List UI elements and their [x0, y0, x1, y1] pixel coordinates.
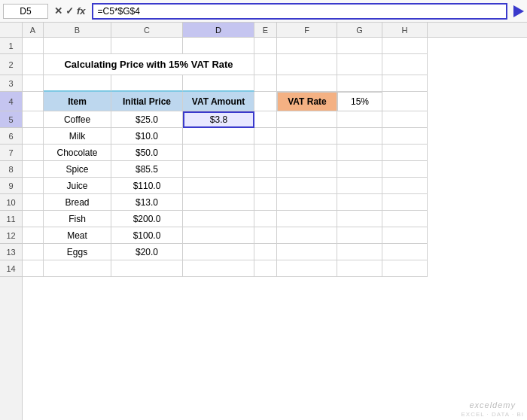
row-header-8[interactable]: 8 — [0, 161, 22, 178]
cell-d1[interactable] — [183, 38, 254, 54]
cell-a12[interactable] — [23, 227, 44, 244]
cell-g6[interactable] — [337, 128, 382, 145]
cell-e12[interactable] — [254, 227, 277, 244]
cell-e10[interactable] — [254, 194, 277, 211]
cell-reference[interactable]: D5 — [3, 4, 48, 19]
row-header-4[interactable]: 4 — [0, 92, 22, 111]
col-header-h[interactable]: H — [382, 23, 428, 37]
cell-f14[interactable] — [277, 260, 337, 277]
cell-d6-vat[interactable] — [183, 128, 254, 145]
cell-b13-item[interactable]: Eggs — [44, 244, 111, 260]
col-header-vat-amount[interactable]: VAT Amount — [183, 92, 254, 111]
cell-h10[interactable] — [382, 194, 428, 211]
cell-c7-price[interactable]: $50.0 — [111, 145, 183, 161]
cell-g14[interactable] — [337, 260, 382, 277]
cell-d11-vat[interactable] — [183, 211, 254, 227]
cell-d8-vat[interactable] — [183, 161, 254, 178]
row-header-1[interactable]: 1 — [0, 38, 22, 54]
cell-a10[interactable] — [23, 194, 44, 211]
cell-c10-price[interactable]: $13.0 — [111, 194, 183, 211]
cell-g3[interactable] — [337, 75, 382, 92]
cell-a7[interactable] — [23, 145, 44, 161]
formula-input[interactable]: =C5*$G$4 — [92, 3, 507, 20]
cell-h12[interactable] — [382, 227, 428, 244]
cell-a14[interactable] — [23, 260, 44, 277]
cell-h2[interactable] — [382, 54, 428, 75]
cell-d5-vat[interactable]: $3.8 — [183, 111, 254, 128]
cell-b12-item[interactable]: Meat — [44, 227, 111, 244]
cell-g11[interactable] — [337, 211, 382, 227]
cell-a1[interactable] — [23, 38, 44, 54]
row-header-12[interactable]: 12 — [0, 227, 22, 244]
cell-e13[interactable] — [254, 244, 277, 260]
cell-c5-price[interactable]: $25.0 — [111, 111, 183, 128]
cell-a4[interactable] — [23, 92, 44, 111]
cell-f3[interactable] — [277, 75, 337, 92]
cell-e9[interactable] — [254, 178, 277, 194]
cell-d7-vat[interactable] — [183, 145, 254, 161]
cell-h4[interactable] — [382, 92, 428, 111]
row-header-5[interactable]: 5 — [0, 111, 22, 128]
row-header-10[interactable]: 10 — [0, 194, 22, 211]
row-header-13[interactable]: 13 — [0, 244, 22, 260]
cell-b10-item[interactable]: Bread — [44, 194, 111, 211]
cell-a6[interactable] — [23, 128, 44, 145]
cell-f6[interactable] — [277, 128, 337, 145]
row-header-7[interactable]: 7 — [0, 145, 22, 161]
cell-c6-price[interactable]: $10.0 — [111, 128, 183, 145]
cell-f5[interactable] — [277, 111, 337, 128]
cell-g5[interactable] — [337, 111, 382, 128]
cell-h9[interactable] — [382, 178, 428, 194]
cell-e1[interactable] — [254, 38, 277, 54]
cell-e14[interactable] — [254, 260, 277, 277]
cell-f2[interactable] — [277, 54, 337, 75]
cell-a11[interactable] — [23, 211, 44, 227]
cell-h7[interactable] — [382, 145, 428, 161]
cell-c11-price[interactable]: $200.0 — [111, 211, 183, 227]
cell-c1[interactable] — [111, 38, 183, 54]
col-header-d[interactable]: D — [183, 23, 254, 37]
cell-f12[interactable] — [277, 227, 337, 244]
col-header-c[interactable]: C — [111, 23, 183, 37]
cell-g12[interactable] — [337, 227, 382, 244]
col-header-initial-price[interactable]: Initial Price — [111, 92, 183, 111]
cell-g2[interactable] — [337, 54, 382, 75]
cell-b7-item[interactable]: Chocolate — [44, 145, 111, 161]
cell-b11-item[interactable]: Fish — [44, 211, 111, 227]
cell-e6[interactable] — [254, 128, 277, 145]
cell-e11[interactable] — [254, 211, 277, 227]
cell-a9[interactable] — [23, 178, 44, 194]
cell-g9[interactable] — [337, 178, 382, 194]
insert-function-icon[interactable]: fx — [77, 5, 86, 17]
cell-h1[interactable] — [382, 38, 428, 54]
cell-h8[interactable] — [382, 161, 428, 178]
cell-a13[interactable] — [23, 244, 44, 260]
cell-f9[interactable] — [277, 178, 337, 194]
cell-f1[interactable] — [277, 38, 337, 54]
cell-g13[interactable] — [337, 244, 382, 260]
cell-h3[interactable] — [382, 75, 428, 92]
cell-h11[interactable] — [382, 211, 428, 227]
col-header-f[interactable]: F — [277, 23, 337, 37]
vat-rate-label[interactable]: VAT Rate — [277, 92, 337, 111]
cell-e4[interactable] — [254, 92, 277, 111]
cell-g10[interactable] — [337, 194, 382, 211]
confirm-icon[interactable]: ✓ — [65, 5, 74, 17]
cell-h13[interactable] — [382, 244, 428, 260]
cell-b14[interactable] — [44, 260, 111, 277]
cell-a2[interactable] — [23, 54, 44, 75]
cell-e7[interactable] — [254, 145, 277, 161]
cell-d9-vat[interactable] — [183, 178, 254, 194]
cancel-icon[interactable]: ✕ — [54, 5, 62, 17]
cell-a3[interactable] — [23, 75, 44, 92]
col-header-b[interactable]: B — [44, 23, 111, 37]
cell-b9-item[interactable]: Juice — [44, 178, 111, 194]
cell-e8[interactable] — [254, 161, 277, 178]
vat-rate-value[interactable]: 15% — [337, 92, 382, 111]
cell-c12-price[interactable]: $100.0 — [111, 227, 183, 244]
col-header-item[interactable]: Item — [44, 92, 111, 111]
cell-d12-vat[interactable] — [183, 227, 254, 244]
cell-f11[interactable] — [277, 211, 337, 227]
cell-e3[interactable] — [254, 75, 277, 92]
cell-f13[interactable] — [277, 244, 337, 260]
